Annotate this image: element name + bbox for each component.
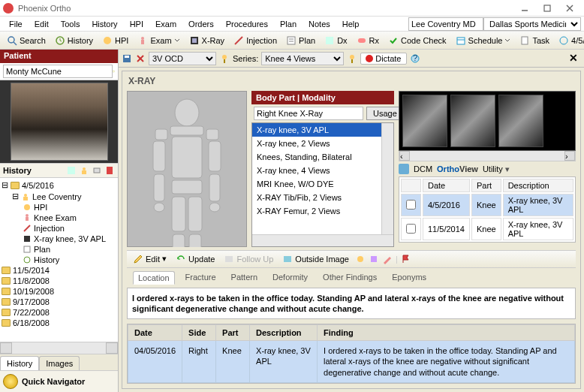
row-checkbox[interactable] [406,224,416,234]
tree-date[interactable]: 11/8/2008 [13,276,50,285]
tool-icon[interactable] [369,254,379,264]
menu-orders[interactable]: Orders [182,18,220,30]
menu-hpi[interactable]: HPI [124,18,149,30]
tree-date[interactable]: 9/17/2008 [13,297,50,306]
view-select[interactable]: 3V OCD [149,52,216,65]
dx-button[interactable]: Dx [321,33,351,48]
table-row[interactable]: 11/5/2014KneeX-ray knee, 3V APL [401,218,573,240]
plan-button[interactable]: Plan [282,33,319,48]
tool-icon[interactable] [355,254,366,264]
tree-date[interactable]: 10/19/2008 [13,287,54,296]
physician-input[interactable] [408,17,483,31]
flag-icon[interactable] [401,254,411,264]
tree-injection[interactable]: Injection [34,224,65,233]
sidebar-tab-images[interactable]: Images [39,356,80,370]
close-doc-button[interactable]: ✕ [567,52,581,65]
edit-button[interactable]: Edit ▾ [130,252,170,266]
date-button[interactable]: 4/5/2016 [555,33,584,48]
tree-history[interactable]: History [34,255,59,264]
list-item[interactable]: Knees, Standing, Bilateral [252,150,393,164]
dcm-icon[interactable] [399,164,409,174]
tree-hscroll[interactable] [0,342,118,354]
pin-icon[interactable] [347,53,357,64]
subtab-location[interactable]: Location [133,271,175,285]
injection-button[interactable]: Injection [230,33,281,48]
tool-icon[interactable] [382,254,393,264]
list-item[interactable]: X-RAY Tib/Fib, 2 Views [252,191,393,204]
xray-thumb[interactable] [402,95,447,147]
tree-date[interactable]: 7/22/2008 [13,308,50,317]
history-print-icon[interactable] [92,165,102,176]
subtab-other[interactable]: Other Findings [318,271,381,285]
list-hscroll[interactable] [252,234,393,246]
bodypart-name-input[interactable] [254,107,363,120]
list-item[interactable]: MRI Knee, W/O DYE [252,177,393,191]
save-icon[interactable] [122,53,132,64]
tree-plan[interactable]: Plan [34,245,50,254]
list-item[interactable]: X-RAY Femur, 2 Views [252,204,393,218]
xray-thumb[interactable] [498,95,543,147]
menu-exam[interactable]: Exam [149,18,182,30]
tree-date[interactable]: 4/5/2016 [22,181,54,190]
body-diagram[interactable] [127,91,247,247]
tree-date[interactable]: 11/5/2014 [13,266,50,275]
minimize-button[interactable] [513,1,536,16]
tree-xray[interactable]: X-ray knee, 3V APL [34,234,106,243]
orthoview-button[interactable]: OrthoView [437,164,478,173]
bodypart-list[interactable]: X-ray knee, 3V APL X-ray knee, 2 Views K… [251,122,394,247]
subtab-eponyms[interactable]: Eponyms [387,271,431,285]
patient-name-input[interactable] [3,65,113,78]
thumb-hscroll[interactable]: ‹› [399,151,576,161]
rx-button[interactable]: Rx [353,33,383,48]
history-pdf-icon[interactable] [104,165,115,176]
table-row[interactable]: 04/05/2016 Right Knee X-ray knee, 3V APL… [128,341,575,383]
outside-image-button[interactable]: Outside Image [279,252,352,266]
table-row[interactable]: 4/5/2016KneeX-ray knee, 3V APL [401,194,573,216]
menu-notes[interactable]: Notes [303,18,336,30]
subtab-pattern[interactable]: Pattern [227,271,262,285]
tree-hpi[interactable]: HPI [34,203,47,212]
maximize-button[interactable] [536,1,558,16]
history-tree[interactable]: ⊟4/5/2016 ⊟Lee Coventry HPI Knee Exam In… [0,178,118,342]
list-item[interactable]: X-ray knee, 3V APL [252,123,393,137]
history-button[interactable]: History [51,33,97,48]
menu-tools[interactable]: Tools [55,18,86,30]
series-select[interactable]: Knee 4 Views [261,52,344,65]
task-button[interactable]: Task [516,33,553,48]
sidebar-tab-history[interactable]: History [0,356,39,370]
tree-owner[interactable]: Lee Coventry [32,192,81,201]
history-filter-icon[interactable] [66,165,77,176]
menu-edit[interactable]: Edit [29,18,55,30]
row-checkbox[interactable] [406,200,416,210]
tree-date[interactable]: 6/18/2008 [13,318,50,327]
history-person-icon[interactable] [79,165,89,176]
pin-icon[interactable] [219,53,230,64]
schedule-button[interactable]: Schedule [452,33,515,48]
close-button[interactable] [558,1,581,16]
exam-button[interactable]: Exam [134,33,183,48]
menu-history[interactable]: History [86,18,123,30]
help-icon[interactable]: ? [410,53,420,64]
clinic-select[interactable]: Dallas Sports Medicine Clinic [483,17,581,31]
xray-button[interactable]: X-Ray [185,33,229,48]
menu-plan[interactable]: Plan [274,18,303,30]
quick-navigator[interactable]: Quick Navigator [0,370,118,392]
search-button[interactable]: Search [3,33,50,48]
subtab-fracture[interactable]: Fracture [181,271,221,285]
menu-file[interactable]: File [3,18,29,30]
list-item[interactable]: X-ray knee, 2 Views [252,137,393,150]
hpi-button[interactable]: HPI [98,33,132,48]
list-vscroll[interactable] [381,123,393,234]
tree-exam[interactable]: Knee Exam [34,213,77,222]
utility-dropdown[interactable]: Utility ▾ [483,164,510,174]
update-button[interactable]: Update [173,252,218,266]
patient-search-icon[interactable] [113,66,115,77]
dictate-button[interactable]: Dictate [360,53,406,65]
xray-thumb[interactable] [450,95,495,147]
menu-procedures[interactable]: Procedures [220,18,274,30]
subtab-deformity[interactable]: Deformity [268,271,312,285]
delete-icon[interactable] [135,53,146,64]
list-item[interactable]: X-ray knee, 4 Views [252,164,393,177]
menu-help[interactable]: Help [336,18,366,30]
codecheck-button[interactable]: Code Check [384,33,450,48]
